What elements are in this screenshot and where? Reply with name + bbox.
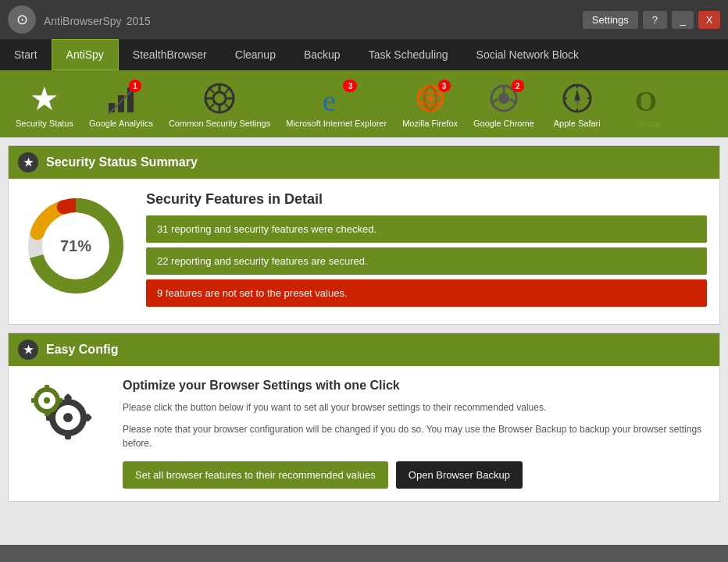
security-status-section: ★ Security Status Summary 71% [8,145,720,325]
security-status-body: 71% Security Features in Detail 31 repor… [9,179,719,324]
opera-icon: O [629,80,666,117]
svg-rect-49 [31,398,37,403]
easy-config-main-title: Optimize your Browser Settings with one … [123,379,707,393]
easy-config-text: Optimize your Browser Settings with one … [123,379,707,489]
logo-symbol: ⊙ [16,11,28,28]
set-recommended-button[interactable]: Set all browser features to their recomm… [123,461,388,489]
toolbar-google-analytics[interactable]: 1 Google Analytics [81,76,161,131]
feature-detail-title: Security Features in Detail [146,191,707,208]
toolbar-security-status[interactable]: ★ Security Status [8,76,81,131]
svg-rect-47 [45,385,49,391]
analytics-icon: 1 [102,80,140,117]
feature-list: Security Features in Detail 31 reporting… [146,191,707,311]
easy-config-section: ★ Easy Config [8,333,720,502]
gears-svg [25,379,103,449]
icon-toolbar: ★ Security Status 1 Google Analytics [0,70,728,137]
title-bar-controls: Settings ? _ X [583,11,720,29]
firefox-icon: 3 [412,80,449,117]
toolbar-label-chrome: Google Chrome [473,119,534,128]
ie-badge: 3 [344,80,357,92]
help-button[interactable]: ? [643,11,667,29]
feature-row-3: 9 features are not set to the preset val… [146,279,707,307]
security-status-header: ★ Security Status Summary [9,146,719,179]
chrome-icon: 2 [485,80,523,117]
svg-point-38 [63,413,73,422]
minimize-button[interactable]: _ [672,11,694,29]
svg-point-18 [427,95,434,101]
toolbar-safari[interactable]: Apple Safari [542,76,612,131]
toolbar-firefox[interactable]: 3 Mozilla Firefox [394,76,466,131]
app-title: AntiBrowserSpy 2015 [44,9,151,30]
svg-point-20 [498,93,509,104]
close-button[interactable]: X [698,11,720,29]
title-bar-left: ⊙ AntiBrowserSpy 2015 [8,5,151,34]
easy-config-desc2: Please note that your browser configurat… [123,422,707,450]
svg-point-31 [575,96,580,101]
security-icon [201,80,238,117]
easy-config-desc1: Please click the button below if you wan… [123,400,707,414]
nav-cleanup[interactable]: Cleanup [221,39,290,70]
svg-text:O: O [635,86,657,116]
nav-stealthbrowser[interactable]: StealthBrowser [119,39,221,70]
toolbar-label-safari: Apple Safari [554,119,601,128]
bottom-bar [0,545,728,562]
svg-rect-48 [45,410,49,416]
open-browser-backup-button[interactable]: Open Browser Backup [396,461,523,489]
section-star-icon: ★ [18,152,38,173]
easy-config-title: Easy Config [46,343,118,357]
toolbar-label-firefox: Mozilla Firefox [402,119,458,128]
ie-icon: e 3 [318,80,355,117]
easy-config-star-icon: ★ [18,340,38,360]
chrome-badge: 2 [512,80,524,92]
security-status-title: Security Status Summary [46,155,198,169]
toolbar-common-security[interactable]: Common Security Settings [161,76,278,131]
nav-backup[interactable]: Backup [290,39,355,70]
svg-point-6 [213,92,226,105]
svg-rect-40 [65,432,71,439]
nav-bar: Start AntiSpy StealthBrowser Cleanup Bac… [0,39,728,70]
star-icon: ★ [26,80,63,117]
toolbar-label-opera: Opera [635,119,659,128]
app-year: 2015 [127,15,151,27]
easy-config-buttons: Set all browser features to their recomm… [123,461,707,489]
nav-start[interactable]: Start [0,39,52,70]
toolbar-opera[interactable]: O Opera [612,76,683,131]
nav-socialnetworkblock[interactable]: Social Network Block [462,39,594,70]
nav-antispy[interactable]: AntiSpy [52,39,119,70]
app-name: AntiBrowserSpy [44,15,122,27]
toolbar-chrome[interactable]: 2 Google Chrome [466,76,542,131]
gear-icon-area [21,379,107,449]
svg-text:e: e [323,84,336,116]
toolbar-label-common-security: Common Security Settings [169,119,270,128]
donut-percent-label: 71% [60,237,91,255]
app-logo: ⊙ [8,5,36,34]
title-bar: ⊙ AntiBrowserSpy 2015 Settings ? _ X [0,0,728,39]
easy-config-header: ★ Easy Config [9,333,719,366]
analytics-badge: 1 [129,80,141,92]
safari-icon [558,80,596,117]
toolbar-label-security-status: Security Status [16,119,73,128]
main-content: ★ Security Status Summary 71% [0,137,728,545]
toolbar-ie[interactable]: e 3 Microsoft Internet Explorer [278,76,394,131]
toolbar-label-ie: Microsoft Internet Explorer [286,119,387,128]
settings-button[interactable]: Settings [583,11,638,29]
toolbar-label-analytics: Google Analytics [89,119,153,128]
firefox-badge: 3 [438,80,451,92]
svg-point-46 [44,397,50,404]
nav-taskscheduling[interactable]: Task Scheduling [355,39,462,70]
donut-chart: 71% [21,191,130,301]
svg-rect-50 [56,398,62,403]
feature-row-1: 31 reporting and security features were … [146,215,707,243]
easy-config-body: Optimize your Browser Settings with one … [9,366,719,501]
feature-row-2: 22 reporting and security features are s… [146,247,707,275]
